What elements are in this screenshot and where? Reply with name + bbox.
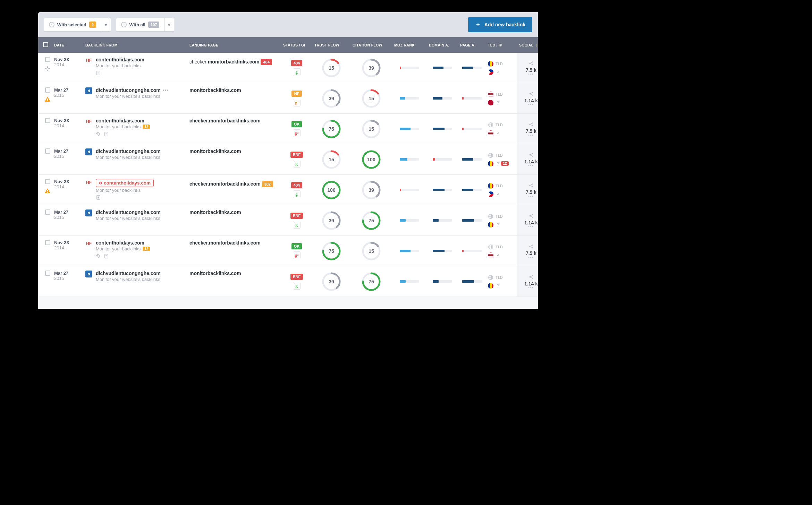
col-backlink-from[interactable]: BACKLINK FROM [83,38,187,52]
tld-label: TLD [496,214,503,219]
with-all-button[interactable]: ≡ With all 197 [116,18,164,32]
row-date: Mar 27 [54,148,81,154]
status-badge: BNF [290,152,303,158]
select-all-checkbox[interactable] [43,42,48,47]
sort-desc-icon: ↓ [536,43,538,47]
mini-bar [400,280,419,283]
social-more-icon[interactable]: ••• [528,287,534,289]
col-status[interactable]: STATUS / GI [281,38,312,52]
flag-icon [488,130,493,136]
row-checkbox[interactable] [45,148,50,154]
gauge: 75 [322,242,341,260]
globe-icon [488,214,493,219]
row-checkbox[interactable] [45,57,50,62]
backlink-domain[interactable]: contentholidays.com [96,118,144,123]
mini-bar [462,67,482,69]
favicon: d [85,271,92,277]
backlink-domain[interactable]: contentholidays.com [96,57,144,62]
landing-page-link[interactable]: monitorbacklinks.com [189,271,241,276]
google-index-icon: g [293,68,301,76]
social-more-icon[interactable]: ••• [528,135,534,136]
backlink-domain[interactable]: dichvudientucongnghe.com ••• [96,87,169,93]
ip-label: IP [496,223,499,227]
with-all-caret[interactable]: ▾ [164,18,174,32]
landing-page-link[interactable]: monitorbacklinks.com [189,209,241,215]
table-body: Nov 23 2014 HF contentholidays.com Monit… [38,53,538,297]
col-domain-a[interactable]: DOMAIN A. [427,38,458,52]
col-citation-flow[interactable]: CITATION FLOW [350,38,392,52]
landing-page-link[interactable]: checker.monitorbacklinks.com [189,181,261,187]
gauge: 100 [322,181,341,199]
col-date[interactable]: DATE [52,38,83,52]
tld-label: TLD [496,275,503,280]
more-dots-icon[interactable]: ••• [163,88,169,93]
social-more-icon[interactable]: ••• [528,226,534,228]
add-backlink-button[interactable]: ＋ Add new backlink [468,17,532,32]
col-social[interactable]: SOCIAL ↓ [517,38,538,52]
with-selected-group: ✓ With selected 2 ▾ [44,18,111,32]
google-index-icon: g× [293,129,301,137]
favicon: d [85,209,92,216]
mini-bar [433,158,452,161]
landing-page-link[interactable]: checker.monitorbacklinks.com [189,118,261,123]
col-moz-rank[interactable]: MOZ RANK [392,38,427,52]
landing-status-badge: 404 [261,59,272,65]
row-checkbox[interactable] [45,179,50,184]
gauge: 15 [322,59,341,77]
row-checkbox[interactable] [45,118,50,123]
document-icon [104,254,109,259]
favicon: d [85,87,92,94]
col-landing-page[interactable]: LANDING PAGE [187,38,281,52]
status-badge: OK [291,121,302,127]
row-year: 2015 [54,154,81,159]
flag-icon [488,61,493,67]
backlink-domain[interactable]: dichvudientucongnghe.com [96,209,161,215]
social-more-icon[interactable]: ••• [528,74,534,75]
row-checkbox[interactable] [45,87,50,93]
domain-blocked[interactable]: ⊘contentholidays.com [96,179,154,187]
mini-bar [433,219,452,222]
backlink-domain[interactable]: dichvudientucongnghe.com [96,271,161,276]
row-year: 2014 [54,184,81,189]
backlink-domain[interactable]: contentholidays.com [96,240,144,246]
tld-label: TLD [496,153,503,157]
row-year: 2015 [54,93,81,98]
add-backlink-label: Add new backlink [484,22,525,27]
social-more-icon[interactable]: ••• [528,165,534,166]
gauge: 15 [322,150,341,169]
row-year: 2014 [54,62,81,67]
mini-bar [462,158,482,161]
row-checkbox[interactable] [45,209,50,215]
mini-bar [433,250,452,252]
with-all-count: 197 [148,22,159,28]
row-year: 2014 [54,245,81,250]
row-date: Nov 23 [54,179,81,184]
warning-icon [44,96,51,102]
subtitle-count-badge: 12 [143,125,150,129]
landing-page-link[interactable]: monitorbacklinks.com [189,148,241,154]
with-selected-count: 2 [89,22,96,28]
status-badge: 404 [291,60,302,66]
social-more-icon[interactable]: ••• [528,257,534,258]
landing-page-link[interactable]: checker monitorbacklinks.com [189,59,260,65]
landing-page-link[interactable]: checker.monitorbacklinks.com [189,240,261,246]
mini-bar [400,219,419,222]
mini-bar [400,189,419,191]
col-tld-ip[interactable]: TLD / IP [486,38,517,52]
col-trust-flow[interactable]: TRUST FLOW [312,38,350,52]
with-selected-button[interactable]: ✓ With selected 2 [44,18,101,32]
row-checkbox[interactable] [45,271,50,276]
with-selected-label: With selected [57,22,86,27]
mini-bar [433,128,452,130]
with-selected-caret[interactable]: ▾ [101,18,111,32]
col-page-a[interactable]: PAGE A. [458,38,486,52]
landing-page-link[interactable]: monitorbacklinks.com [189,87,241,93]
social-more-icon[interactable]: ••• [528,104,534,105]
social-more-icon[interactable]: ••• [528,196,534,197]
share-icon [528,122,534,127]
gear-icon[interactable] [45,66,50,71]
tld-label: TLD [496,92,503,96]
gauge: 39 [322,89,341,108]
row-checkbox[interactable] [45,240,50,245]
backlink-domain[interactable]: dichvudientucongnghe.com [96,148,161,154]
